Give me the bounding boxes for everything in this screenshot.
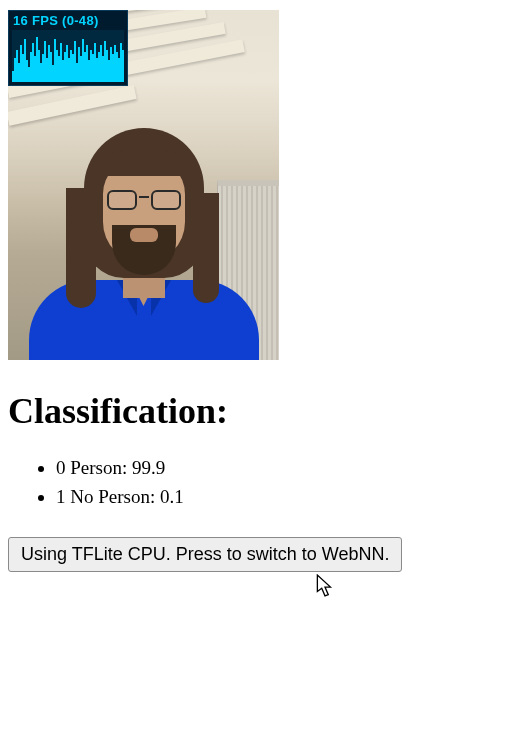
cursor-icon (316, 574, 334, 598)
result-item: 1 No Person: 0.1 (56, 483, 506, 512)
fps-label: 16 FPS (0-48) (9, 11, 127, 31)
camera-container: 16 FPS (0-48) (8, 10, 279, 360)
person-silhouette (44, 120, 244, 360)
switch-backend-button[interactable]: Using TFLite CPU. Press to switch to Web… (8, 537, 402, 572)
fps-bar (122, 50, 124, 83)
fps-graph (12, 30, 124, 82)
result-item: 0 Person: 99.9 (56, 454, 506, 483)
result-list: 0 Person: 99.9 1 No Person: 0.1 (56, 454, 506, 511)
classification-section: Classification: 0 Person: 99.9 1 No Pers… (8, 390, 506, 511)
classification-heading: Classification: (8, 390, 506, 432)
glasses (105, 190, 183, 212)
fps-overlay: 16 FPS (0-48) (8, 10, 128, 86)
